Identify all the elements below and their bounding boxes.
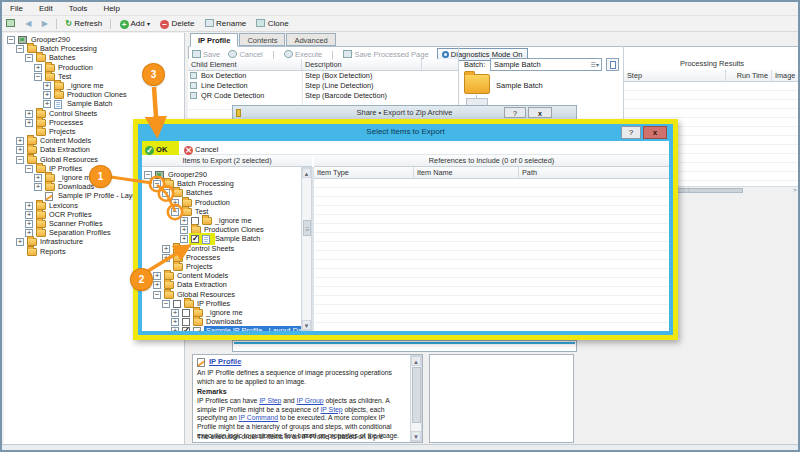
back-icon[interactable]: ◀ (21, 16, 35, 32)
checkbox[interactable] (182, 318, 190, 326)
batch-combo[interactable]: Sample Batch ☰▾ (490, 58, 602, 71)
link-ip-command[interactable]: IP Command (239, 414, 279, 421)
batch-folder-icon[interactable] (464, 74, 490, 94)
combo-dropdown-icon[interactable]: ☰▾ (591, 60, 599, 71)
column-child-element[interactable]: Child Element (188, 59, 302, 70)
tree-item-sample-ip-profile-layout-data[interactable]: +Sample IP Profile - Layout Data (142, 326, 301, 331)
expander-icon[interactable]: + (34, 64, 42, 72)
menu-help[interactable]: Help (95, 2, 127, 16)
clone-button[interactable]: Clone (252, 16, 292, 32)
expander-icon[interactable]: − (34, 73, 42, 81)
save-button[interactable]: Save (192, 50, 220, 59)
expander-icon[interactable]: + (25, 110, 33, 118)
expander-icon[interactable]: + (16, 137, 24, 145)
scroll-thumb[interactable]: ☰ (303, 220, 311, 236)
refresh-button[interactable]: ↻ Refresh (61, 16, 106, 32)
expander-icon[interactable]: − (162, 300, 170, 308)
hscroll-right-icon[interactable]: ˃ (790, 187, 800, 194)
expander-icon[interactable]: + (153, 272, 161, 280)
tab-advanced[interactable]: Advanced (286, 33, 335, 46)
expander-icon[interactable]: − (171, 208, 179, 216)
column-description[interactable]: Description (302, 59, 422, 70)
expander-icon[interactable]: + (171, 309, 179, 317)
expander-icon[interactable]: + (25, 202, 33, 210)
tab-ip-profile[interactable]: IP Profile (190, 33, 238, 47)
expander-icon[interactable]: + (180, 226, 188, 234)
link-ip-step[interactable]: IP Step (259, 397, 281, 404)
expander-icon[interactable]: + (25, 119, 33, 127)
delete-button[interactable]: − Delete (156, 16, 198, 32)
column-step[interactable]: Step (624, 70, 726, 81)
scroll-thumb[interactable] (412, 367, 421, 423)
batch-node-label[interactable]: Sample Batch (496, 81, 543, 90)
expander-icon[interactable]: + (171, 327, 179, 331)
export-dialog: Select Items to Export ? x ✓ OK ✕ Cancel… (133, 119, 678, 340)
expander-icon[interactable]: − (25, 165, 33, 173)
expander-icon[interactable]: − (153, 180, 161, 188)
scroll-up-icon[interactable]: ▲ (302, 168, 311, 178)
column-image-n[interactable]: Image N (772, 70, 800, 81)
scroll-down-icon[interactable]: ▼ (302, 320, 311, 330)
tab-contents[interactable]: Contents (239, 33, 285, 46)
checkbox[interactable] (182, 309, 190, 317)
grid-row-box-detection[interactable]: Box DetectionStep (Box Detection) (188, 71, 458, 81)
nav-home-icon[interactable] (2, 16, 19, 32)
share-window-titlebar[interactable]: Share • Export to Zip Archive ? x (232, 105, 577, 120)
expander-icon[interactable]: − (153, 291, 161, 299)
menu-tools[interactable]: Tools (61, 2, 96, 16)
forward-icon[interactable]: ▶ (38, 16, 52, 32)
expander-icon[interactable]: − (162, 189, 170, 197)
expander-icon[interactable]: + (16, 238, 24, 246)
expander-icon[interactable]: + (16, 146, 24, 154)
link-ip-step[interactable]: IP Step (320, 406, 342, 413)
scroll-up-icon[interactable]: ▲ (411, 356, 421, 366)
expander-icon[interactable]: + (153, 281, 161, 289)
share-close-button[interactable]: x (528, 107, 552, 118)
menu-file[interactable]: File (2, 2, 31, 16)
expander-icon[interactable]: + (180, 235, 188, 243)
rename-button[interactable]: Rename (201, 16, 250, 32)
expander-icon[interactable]: − (144, 171, 152, 179)
checkbox[interactable] (191, 235, 199, 243)
expander-icon[interactable]: + (25, 220, 33, 228)
checkbox[interactable] (182, 327, 190, 331)
expander-icon[interactable]: − (25, 54, 33, 62)
export-tree-scrollbar[interactable]: ▲ ▼ ☰ (301, 167, 312, 331)
expander-icon[interactable]: + (171, 199, 179, 207)
expander-icon[interactable]: − (16, 156, 24, 164)
references-pane: Item TypeItem NamePath (314, 167, 669, 331)
expander-icon[interactable]: + (180, 217, 188, 225)
dialog-help-button[interactable]: ? (621, 126, 641, 139)
execute-button[interactable]: Execute (284, 50, 322, 59)
share-help-button[interactable]: ? (504, 107, 526, 118)
expander-icon[interactable]: + (43, 91, 51, 99)
checkbox[interactable] (173, 300, 181, 308)
column-run-time[interactable]: Run Time (726, 70, 772, 81)
cancel-button[interactable]: Cancel (228, 50, 262, 59)
grid-row-line-detection[interactable]: Line DetectionStep (Line Detection) (188, 81, 458, 91)
column-item-name[interactable]: Item Name (414, 167, 519, 178)
batch-open-button[interactable] (606, 58, 619, 71)
link-ip-group[interactable]: IP Group (297, 397, 324, 404)
expander-icon[interactable]: − (7, 36, 15, 44)
dialog-titlebar[interactable]: Select Items to Export ? x (138, 124, 673, 141)
scroll-down-icon[interactable]: ▼ (411, 431, 421, 441)
menu-edit[interactable]: Edit (31, 2, 61, 16)
expander-icon[interactable]: − (16, 45, 24, 53)
expander-icon[interactable]: + (162, 254, 170, 262)
dialog-close-button[interactable]: x (643, 126, 667, 139)
expander-icon[interactable]: + (171, 318, 179, 326)
expander-icon[interactable]: + (25, 211, 33, 219)
column-item-type[interactable]: Item Type (314, 167, 414, 178)
expander-icon[interactable]: + (43, 82, 51, 90)
column-path[interactable]: Path (519, 167, 669, 178)
expander-icon[interactable]: + (34, 174, 42, 182)
expander-icon[interactable]: + (162, 245, 170, 253)
expander-icon[interactable]: + (34, 183, 42, 191)
expander-icon[interactable]: + (43, 100, 51, 108)
description-scrollbar[interactable]: ▲ ▼ (410, 355, 422, 442)
ip-profile-link[interactable]: IP Profile (209, 357, 241, 366)
save-processed-page-button[interactable]: Save Processed Page (343, 50, 428, 59)
grid-row-qr-code-detection[interactable]: QR Code DetectionStep (Barcode Detection… (188, 91, 458, 101)
add-button[interactable]: + Add ▾ (116, 16, 154, 32)
